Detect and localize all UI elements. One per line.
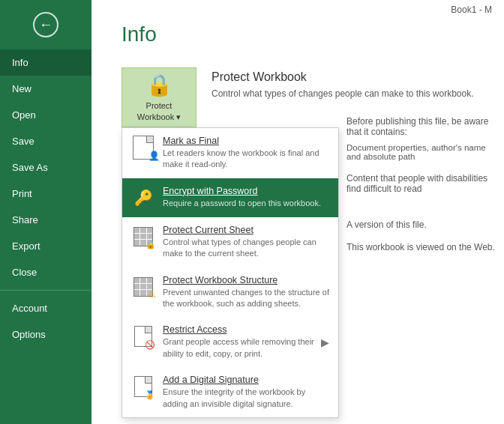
menu-item-protect-sheet[interactable]: 🔒 Protect Current Sheet Control what typ… [122,217,338,267]
mark-final-icon: 👤 [131,136,155,160]
sidebar: ← Info New Open Save Save As Print Share… [0,0,92,424]
protect-description: Control what types of changes people can… [212,88,474,99]
browser-text: This workbook is viewed on the Web. [346,242,496,252]
menu-item-mark-final[interactable]: 👤 Mark as Final Let readers know the wor… [122,128,338,178]
inspect-text: Before publishing this file, be aware th… [346,116,496,137]
protect-sheet-title: Protect Current Sheet [163,225,329,235]
protect-structure-text: Protect Workbook Structure Prevent unwan… [163,275,329,310]
protect-structure-icon: ⚠ [131,275,155,299]
signature-title: Add a Digital Signature [163,375,329,385]
sidebar-item-account[interactable]: Account [0,295,92,321]
protect-structure-title: Protect Workbook Structure [163,275,329,285]
accessibility-text: Content that people with disabilities fi… [346,173,496,194]
sidebar-item-open[interactable]: Open [0,102,92,128]
menu-item-restrict-access[interactable]: 🚫 Restrict Access Grant people access wh… [122,317,338,367]
protect-sheet-icon: 🔒 [131,225,155,249]
sidebar-item-options[interactable]: Options [0,321,92,348]
menu-item-digital-signature[interactable]: 🏅 Add a Digital Signature Ensure the int… [122,367,338,417]
sidebar-divider [0,290,92,291]
sidebar-item-save[interactable]: Save [0,128,92,154]
mark-final-title: Mark as Final [163,136,329,146]
title-bar: Book1 - M [439,0,504,19]
protect-workbook-button[interactable]: 🔒 ProtectWorkbook ▾ [122,67,196,127]
protect-sheet-desc: Control what types of changes people can… [163,237,329,260]
mark-final-text: Mark as Final Let readers know the workb… [163,136,329,171]
protect-info: Protect Workbook Control what types of c… [196,67,474,99]
mark-final-desc: Let readers know the workbook is final a… [163,148,329,171]
restrict-title: Restrict Access [163,324,318,335]
page-title: Info [122,22,474,46]
signature-text: Add a Digital Signature Ensure the integ… [163,375,329,410]
protect-sheet-text: Protect Current Sheet Control what types… [163,225,329,260]
signature-desc: Ensure the integrity of the workbook by … [163,387,329,410]
main-content: Book1 - M Info 🔒 ProtectWorkbook ▾ Prote… [92,0,504,424]
sidebar-bottom: Account Options [0,295,92,348]
sidebar-item-new[interactable]: New [0,76,92,102]
protect-button-label: ProtectWorkbook ▾ [137,100,181,122]
sidebar-nav: Info New Open Save Save As Print Share E… [0,49,92,348]
encrypt-desc: Require a password to open this workbook… [163,198,329,209]
encrypt-title: Encrypt with Password [163,186,329,196]
side-info: Before publishing this file, be aware th… [346,116,496,252]
encrypt-text: Encrypt with Password Require a password… [163,186,329,209]
menu-item-encrypt[interactable]: 🔑 Encrypt with Password Require a passwo… [122,178,338,217]
signature-icon: 🏅 [131,375,155,399]
inspect-detail: Document properties, author's name and a… [346,143,496,161]
restrict-text: Restrict Access Grant people access whil… [163,324,318,360]
protect-structure-desc: Prevent unwanted changes to the structur… [163,287,329,310]
restrict-desc: Grant people access while removing their… [163,336,318,360]
protect-heading: Protect Workbook [212,70,474,84]
lock-icon: 🔒 [146,73,172,97]
sidebar-item-print[interactable]: Print [0,181,92,207]
menu-item-protect-structure[interactable]: ⚠ Protect Workbook Structure Prevent unw… [122,267,338,318]
version-text: A version of this file. [346,219,496,230]
encrypt-icon: 🔑 [131,186,155,210]
back-button[interactable]: ← [27,6,64,43]
sidebar-item-share[interactable]: Share [0,207,92,233]
sidebar-item-export[interactable]: Export [0,233,92,259]
sidebar-item-info[interactable]: Info [0,49,92,76]
protect-dropdown: 👤 Mark as Final Let readers know the wor… [122,127,339,418]
sidebar-item-close[interactable]: Close [0,259,92,285]
restrict-icon: 🚫 [131,324,155,348]
sidebar-item-saveas[interactable]: Save As [0,154,92,181]
back-arrow-icon: ← [33,12,58,37]
restrict-arrow-icon: ▶ [321,336,329,348]
